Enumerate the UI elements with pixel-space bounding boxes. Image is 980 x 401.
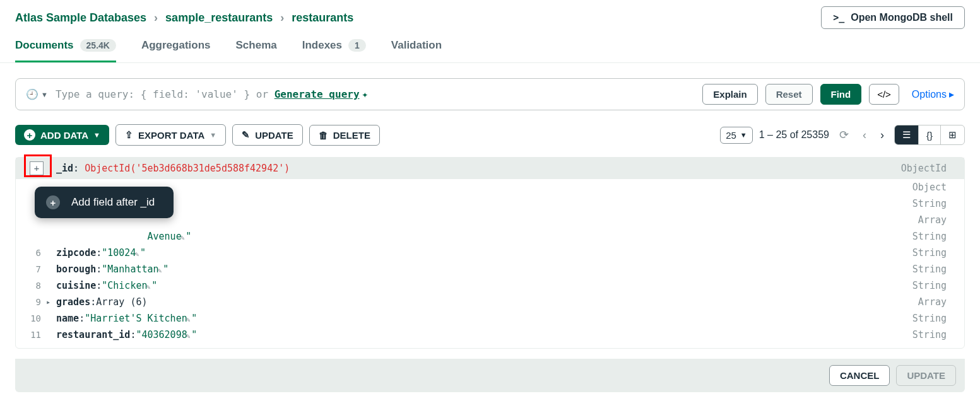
find-button[interactable]: Find [820, 84, 862, 105]
field-code: zipcode : "10024✎" [56, 246, 912, 260]
cancel-button[interactable]: CANCEL [829, 365, 890, 386]
prev-page-icon[interactable]: ‹ [859, 129, 870, 142]
query-placeholder: Type a query: { field: 'value' } or [56, 88, 275, 100]
table-view-icon[interactable]: ⊞ [940, 125, 964, 144]
line-number: 9 [21, 295, 46, 309]
export-label: EXPORT DATA [138, 130, 204, 141]
chevron-down-icon: ▼ [740, 131, 747, 139]
list-view-icon[interactable]: ☰ [895, 125, 918, 144]
field-code: _id: ObjectId('5eb3d668b31de5d588f42942'… [56, 161, 901, 175]
next-page-icon[interactable]: › [877, 129, 888, 142]
tab-badge: 1 [348, 39, 366, 52]
footer-actions: CANCEL UPDATE [15, 359, 965, 392]
open-shell-button[interactable]: >_ Open MongoDB shell [821, 6, 965, 29]
field-code: Avenue✎" [56, 230, 912, 243]
tab-documents[interactable]: Documents 25.4K [15, 39, 116, 62]
chevron-down-icon: ▼ [210, 131, 216, 139]
field-type: Object [912, 180, 953, 194]
field-code: name : "Harriet'S Kitchen✎" [56, 311, 912, 325]
breadcrumb-db[interactable]: sample_restaurants [165, 11, 273, 25]
update-submit-button[interactable]: UPDATE [896, 365, 956, 386]
field-type: String [912, 246, 953, 260]
tab-indexes[interactable]: Indexes 1 [302, 39, 366, 62]
field-type: String [912, 279, 953, 293]
page-size-select[interactable]: 25 ▼ [720, 127, 753, 144]
field-type: ObjectId [901, 161, 953, 175]
plus-circle-icon: + [46, 195, 60, 209]
breadcrumb-root[interactable]: Atlas Sample Databases [15, 11, 146, 25]
delete-label: DELETE [333, 130, 370, 141]
field-type: String [912, 262, 953, 276]
export-data-button[interactable]: ⇪ EXPORT DATA ▼ [115, 124, 226, 146]
delete-button[interactable]: 🗑 DELETE [309, 125, 380, 146]
options-label: Options [912, 89, 947, 100]
field-type: Array [918, 213, 953, 227]
add-field-button[interactable]: + [30, 161, 44, 175]
doc-field-row[interactable]: 6 zipcode : "10024✎"String [16, 245, 964, 261]
page-range: 1 – 25 of 25359 [759, 129, 829, 141]
line-number: 6 [21, 246, 46, 260]
code-toggle-button[interactable]: </> [869, 84, 899, 105]
tab-label: Documents [15, 39, 74, 52]
breadcrumb: Atlas Sample Databases › sample_restaura… [15, 11, 353, 25]
field-type: Array [918, 295, 953, 309]
doc-field-row[interactable]: 8 cuisine : "Chicken✎"String [16, 277, 964, 294]
doc-field-row[interactable]: + _id: ObjectId('5eb3d668b31de5d588f4294… [16, 158, 964, 179]
tab-label: Aggregations [141, 39, 211, 52]
generate-query-link[interactable]: Generate query [275, 88, 360, 100]
line-number: 7 [21, 262, 46, 276]
doc-field-row[interactable]: 10 name : "Harriet'S Kitchen✎"String [16, 310, 964, 327]
field-type: String [912, 230, 953, 243]
add-field-label: Add field after _id [71, 196, 155, 209]
chevron-down-icon: ▼ [93, 131, 100, 139]
export-icon: ⇪ [125, 129, 133, 141]
tabs: Documents 25.4K Aggregations Schema Inde… [0, 32, 980, 63]
query-bar: 🕘 ▼ Type a query: { field: 'value' } or … [15, 78, 965, 110]
doc-field-row[interactable]: 9▸ grades : Array (6)Array [16, 294, 964, 310]
view-toggle: ☰ {} ⊞ [894, 125, 965, 145]
line-number: 10 [21, 311, 46, 325]
history-icon[interactable]: 🕘 ▼ [26, 88, 48, 100]
tab-badge: 25.4K [80, 39, 116, 52]
sparkle-icon: ✦ [362, 88, 369, 100]
update-button[interactable]: ✎ UPDATE [232, 124, 303, 146]
explain-button[interactable]: Explain [702, 84, 757, 105]
field-code: grades : Array (6) [56, 295, 918, 309]
tab-label: Schema [236, 39, 277, 52]
toolbar: + ADD DATA ▼ ⇪ EXPORT DATA ▼ ✎ UPDATE 🗑 … [0, 110, 980, 153]
open-shell-label: Open MongoDB shell [851, 12, 953, 23]
doc-field-row[interactable]: Avenue✎"String [16, 228, 964, 245]
line-number: 8 [21, 279, 46, 293]
tab-validation[interactable]: Validation [391, 39, 442, 62]
add-data-button[interactable]: + ADD DATA ▼ [15, 125, 109, 145]
json-view-icon[interactable]: {} [918, 125, 940, 144]
pencil-icon: ✎ [242, 129, 250, 141]
add-field-menu[interactable]: + Add field after _id [35, 187, 174, 218]
add-data-label: ADD DATA [40, 130, 88, 141]
breadcrumb-coll[interactable]: restaurants [292, 11, 353, 25]
tab-label: Indexes [302, 39, 342, 52]
expander-icon[interactable]: ▸ [46, 295, 56, 309]
tab-aggregations[interactable]: Aggregations [141, 39, 211, 62]
field-code: cuisine : "Chicken✎" [56, 279, 912, 293]
plus-circle-icon: + [24, 129, 35, 141]
field-code: borough : "Manhattan✎" [56, 262, 912, 276]
field-type: String [912, 311, 953, 325]
update-label: UPDATE [255, 130, 293, 141]
field-type: String [912, 197, 953, 211]
document-editor: + _id: ObjectId('5eb3d668b31de5d588f4294… [15, 157, 965, 349]
chevron-right-icon: › [280, 11, 284, 25]
refresh-icon[interactable]: ⟳ [835, 128, 853, 142]
chevron-right-icon: › [154, 11, 158, 25]
tab-schema[interactable]: Schema [236, 39, 277, 62]
doc-field-row[interactable]: 11 restaurant_id : "40362098✎"String [16, 327, 964, 343]
doc-field-row[interactable]: 7 borough : "Manhattan✎"String [16, 261, 964, 277]
trash-icon: 🗑 [319, 130, 328, 141]
terminal-icon: >_ [833, 12, 844, 23]
line-number: 11 [21, 328, 46, 342]
options-link[interactable]: Options ▸ [912, 88, 954, 100]
tab-label: Validation [391, 39, 442, 52]
field-type: String [912, 328, 953, 342]
reset-button[interactable]: Reset [765, 84, 813, 105]
query-input[interactable]: Type a query: { field: 'value' } or Gene… [56, 88, 695, 100]
